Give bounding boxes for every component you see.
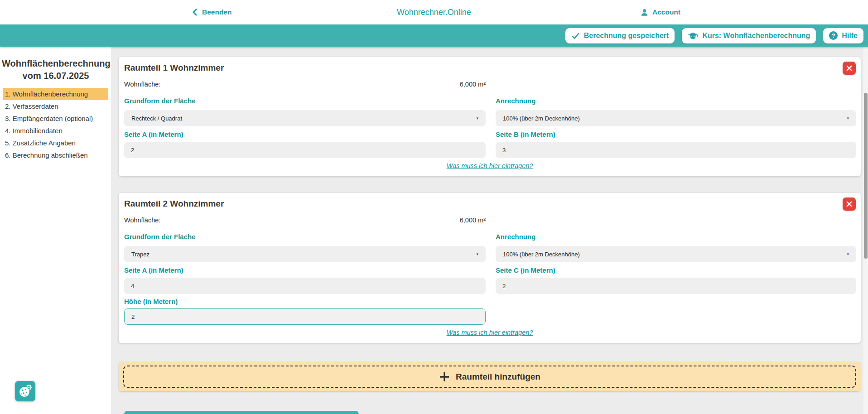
living-area-row: Wohnfläche: 6,000 m² [124,81,486,88]
side-c-label: Seite C (in Metern) [496,266,856,274]
person-icon [640,8,649,17]
main-content: Raumteil 1 Wohnzimmer Wohnfläche: 6,000 … [112,47,863,414]
exit-link-label: Beenden [202,8,231,16]
anrechnung-label: Anrechnung [496,97,856,105]
height-input[interactable] [124,308,486,325]
grundform-select-value: Trapez [131,251,149,258]
course-button-label: Kurs: Wohnflächenberechnung [702,32,810,40]
add-room-part-inner: Raumteil hinzufügen [123,366,856,388]
living-area-label: Wohnfläche: [124,81,160,88]
room-part-2-fields: Grundform der Fläche Trapez ▾ Anrechnung… [124,224,855,325]
account-button[interactable]: Account [640,0,680,24]
side-a-input[interactable] [124,142,486,158]
side-a-label: Seite A (in Metern) [124,266,486,274]
grundform-label: Grundform der Fläche [124,97,486,105]
side-a-label: Seite A (in Metern) [124,130,486,138]
room-part-1-fields: Grundform der Fläche Rechteck / Quadrat … [124,88,855,158]
chevron-down-icon: ▾ [847,116,849,120]
cookie-settings-button[interactable] [15,381,35,401]
calculation-saved-label: Berechnung gespeichert [584,32,669,40]
chevron-down-icon: ▾ [847,252,849,256]
top-navigation-bar: Wohnrechner.Online Beenden Account [0,0,868,24]
help-button[interactable]: ? Hilfe [823,28,863,43]
help-button-label: Hilfe [842,32,858,40]
help-link-row: Was muss ich hier eintragen? [124,328,855,337]
sidebar-item-berechnung-abschliessen[interactable]: 6. Berechnung abschließen [3,149,108,161]
account-button-label: Account [652,8,680,16]
anrechnung-select[interactable]: 100% (über 2m Deckenhöhe) ▾ [496,246,856,262]
sidebar-title-line1: Wohnflächenberechnung [2,58,110,70]
add-room-part-label: Raumteil hinzufügen [456,372,540,382]
grundform-select[interactable]: Trapez ▾ [124,246,486,262]
step-sidebar: Wohnflächenberechnung vom 16.07.2025 1. … [0,47,112,414]
scrollbar-thumb[interactable] [864,93,868,259]
exit-link[interactable]: Beenden [192,0,231,24]
side-b-label: Seite B (in Metern) [496,130,856,138]
chevron-down-icon: ▾ [476,116,478,120]
living-area-row: Wohnfläche: 6,000 m² [124,217,486,224]
anrechnung-label: Anrechnung [496,233,856,241]
living-area-value: 6,000 m² [460,217,486,224]
close-icon [846,201,853,207]
app-title: Wohnrechner.Online [0,0,868,24]
living-area-value: 6,000 m² [460,81,486,88]
scrollbar-track[interactable] [863,41,868,414]
graduation-cap-icon [688,32,698,40]
height-label: Höhe (in Metern) [124,298,486,305]
side-a-input[interactable] [124,278,486,294]
room-part-card-1: Raumteil 1 Wohnzimmer Wohnfläche: 6,000 … [119,57,861,176]
what-to-enter-link[interactable]: Was muss ich hier eintragen? [447,329,533,336]
room-part-2-title: Raumteil 2 Wohnzimmer [124,199,855,209]
step-list: 1. Wohnflächenberechnung 2. Verfasserdat… [0,88,111,161]
course-button[interactable]: Kurs: Wohnflächenberechnung [682,28,816,43]
chevron-down-icon: ▾ [476,252,478,256]
question-circle-icon: ? [829,31,838,40]
room-part-1-close-button[interactable] [843,62,856,75]
sidebar-item-wohnflaechenberechnung[interactable]: 1. Wohnflächenberechnung [3,88,108,100]
sidebar-title-line2: vom 16.07.2025 [2,70,110,82]
side-b-input[interactable] [496,142,856,158]
living-area-label: Wohnfläche: [124,217,160,224]
close-icon [846,65,853,72]
what-to-enter-link[interactable]: Was muss ich hier eintragen? [447,162,533,169]
sidebar-item-immobiliendaten[interactable]: 4. Immobiliendaten [3,125,108,137]
room-part-2-close-button[interactable] [843,197,856,211]
sidebar-item-empfaengerdaten[interactable]: 3. Empfängerdaten (optional) [3,112,108,125]
plus-icon [439,371,450,382]
sidebar-item-verfasserdaten[interactable]: 2. Verfasserdaten [3,100,108,112]
help-link-row: Was muss ich hier eintragen? [124,162,855,170]
anrechnung-select-value: 100% (über 2m Deckenhöhe) [503,251,580,258]
room-part-card-2: Raumteil 2 Wohnzimmer Wohnfläche: 6,000 … [119,193,861,343]
calculation-saved-button[interactable]: Berechnung gespeichert [565,28,675,43]
cookie-settings-icon [18,384,33,399]
side-c-input[interactable] [496,278,856,294]
grundform-select-value: Rechteck / Quadrat [131,115,182,122]
gear-badge [26,385,32,390]
sidebar-title: Wohnflächenberechnung vom 16.07.2025 [2,58,110,82]
toolbar: Berechnung gespeichert Kurs: Wohnflächen… [0,24,868,47]
next-section-partial [124,411,359,414]
sidebar-item-zusaetzliche-angaben[interactable]: 5. Zusätzliche Angaben [3,137,108,149]
check-icon [571,32,580,39]
grundform-label: Grundform der Fläche [124,233,486,241]
add-room-part-button[interactable]: Raumteil hinzufügen [119,362,861,391]
anrechnung-select-value: 100% (über 2m Deckenhöhe) [503,115,580,122]
chevron-left-icon [192,8,198,16]
anrechnung-select[interactable]: 100% (über 2m Deckenhöhe) ▾ [496,110,856,126]
room-part-1-title: Raumteil 1 Wohnzimmer [124,63,855,73]
grundform-select[interactable]: Rechteck / Quadrat ▾ [124,110,486,126]
